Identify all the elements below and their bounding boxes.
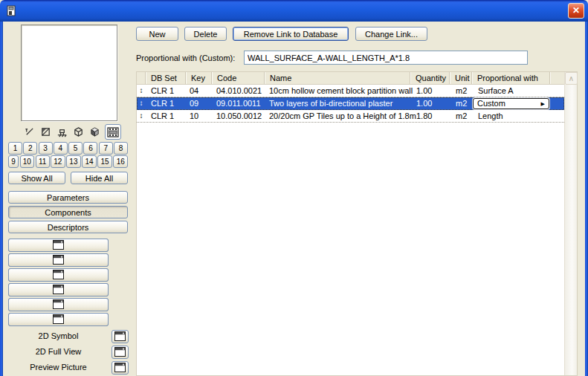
gdl-object-editor-window: ✕ 12345678 910111213141516 Show All Hide… bbox=[0, 0, 588, 376]
view-items: 2D Symbol2D Full ViewPreview Picture bbox=[8, 329, 129, 376]
section-button-components[interactable]: Components bbox=[8, 206, 128, 218]
window-icon bbox=[114, 331, 126, 343]
filter-button-8[interactable]: 8 bbox=[114, 142, 128, 155]
cell-quantity: 1.00 bbox=[410, 85, 450, 97]
view-label-2d-full-view: 2D Full View bbox=[8, 347, 109, 356]
filter-button-13[interactable]: 13 bbox=[66, 155, 81, 168]
proportional-with-dropdown[interactable]: Custom▶ bbox=[473, 98, 549, 109]
filter-button-15[interactable]: 15 bbox=[97, 155, 112, 168]
filter-button-5[interactable]: 5 bbox=[68, 142, 83, 155]
cell-db-set: CLR 1 bbox=[146, 85, 186, 97]
filter-button-14[interactable]: 14 bbox=[82, 155, 97, 168]
filter-button-11[interactable]: 11 bbox=[36, 155, 50, 168]
cell-proportional-with: Custom▶ bbox=[472, 97, 550, 110]
parameter-filter-row-1: 12345678 bbox=[8, 142, 128, 155]
close-button[interactable]: ✕ bbox=[568, 3, 584, 19]
side-view-icon[interactable] bbox=[56, 126, 68, 138]
component-row[interactable]: ↕CLR 10404.010.002110cm hollow cement bl… bbox=[137, 85, 564, 97]
window-icon bbox=[53, 255, 64, 266]
scroll-up-icon: ∧ bbox=[569, 74, 574, 82]
column-header-proportional-with[interactable]: Proportional with bbox=[472, 72, 550, 84]
change-link-button[interactable]: Change Link... bbox=[355, 27, 427, 41]
cell-unit: m2 bbox=[450, 110, 472, 123]
column-header-name[interactable]: Name bbox=[265, 72, 410, 84]
titlebar: ✕ bbox=[0, 0, 588, 22]
cell-key: 09 bbox=[186, 97, 212, 110]
cell-db-set: CLR 1 bbox=[146, 110, 186, 123]
view-label-preview-picture: Preview Picture bbox=[8, 363, 109, 372]
cell-code: 10.050.0012 bbox=[212, 110, 265, 123]
window-border-left bbox=[0, 22, 3, 376]
filter-button-2[interactable]: 2 bbox=[23, 142, 37, 155]
table-header: DB SetKeyCodeNameQuantityUnitProportiona… bbox=[137, 72, 564, 85]
2d-drawing-icon[interactable] bbox=[23, 126, 35, 138]
window-icon bbox=[53, 299, 64, 311]
filter-button-1[interactable]: 1 bbox=[8, 142, 22, 155]
open-window-button[interactable] bbox=[112, 346, 129, 359]
cell-db-set: CLR 1 bbox=[146, 97, 186, 110]
column-header-code[interactable]: Code bbox=[212, 72, 265, 84]
filter-button-6[interactable]: 6 bbox=[83, 142, 97, 155]
new-button[interactable]: New bbox=[136, 27, 178, 41]
filter-button-16[interactable]: 16 bbox=[113, 155, 128, 168]
window-icon bbox=[114, 347, 126, 358]
2d-symbol-icon[interactable] bbox=[39, 126, 51, 138]
animation-icon[interactable] bbox=[105, 124, 121, 140]
object-preview-area bbox=[21, 25, 117, 121]
column-header-sort bbox=[137, 72, 146, 84]
open-window-button[interactable] bbox=[8, 298, 109, 311]
row-reorder-icon[interactable]: ↕ bbox=[137, 85, 146, 97]
proportional-with-input[interactable] bbox=[244, 51, 528, 65]
show-all-button[interactable]: Show All bbox=[8, 172, 65, 184]
cell-code: 09.011.0011 bbox=[212, 97, 265, 110]
delete-button[interactable]: Delete bbox=[184, 27, 227, 41]
cell-proportional-with: Length bbox=[472, 110, 550, 123]
components-table: DB SetKeyCodeNameQuantityUnitProportiona… bbox=[136, 71, 578, 376]
cell-quantity: 1.00 bbox=[410, 97, 450, 110]
column-header-key[interactable]: Key bbox=[186, 72, 212, 84]
section-button-parameters[interactable]: Parameters bbox=[8, 191, 128, 204]
filter-button-9[interactable]: 9 bbox=[8, 155, 19, 168]
component-row[interactable]: ↕CLR 11010.050.001220/20cm GP Tiles up t… bbox=[137, 110, 564, 123]
open-window-button[interactable] bbox=[8, 253, 109, 267]
open-window-button[interactable] bbox=[8, 268, 109, 282]
column-header-unit[interactable]: Unit bbox=[450, 72, 472, 84]
row-reorder-icon[interactable]: ↕ bbox=[137, 110, 146, 123]
table-scrollbar[interactable]: ∧ bbox=[564, 72, 577, 375]
parameter-filter-row-2: 910111213141516 bbox=[8, 155, 128, 168]
filter-button-4[interactable]: 4 bbox=[54, 142, 68, 155]
cell-code: 04.010.0021 bbox=[212, 85, 265, 97]
preview-mode-toolbar bbox=[23, 124, 121, 140]
cell-key: 04 bbox=[186, 85, 212, 97]
window-icon bbox=[53, 240, 64, 251]
view-label-2d-symbol: 2D Symbol bbox=[8, 331, 109, 340]
table-body: ↕CLR 10404.010.002110cm hollow cement bl… bbox=[137, 85, 577, 123]
hide-all-button[interactable]: Hide All bbox=[71, 172, 128, 184]
filter-button-3[interactable]: 3 bbox=[39, 142, 53, 155]
window-icon bbox=[53, 270, 64, 281]
window-icon bbox=[114, 363, 126, 374]
open-window-button[interactable] bbox=[8, 239, 109, 252]
filter-button-7[interactable]: 7 bbox=[99, 142, 113, 155]
open-window-button[interactable] bbox=[112, 330, 129, 343]
close-icon: ✕ bbox=[572, 5, 580, 16]
cell-name: 10cm hollow cement block partition wall bbox=[265, 85, 410, 97]
filter-button-12[interactable]: 12 bbox=[51, 155, 65, 168]
remove-link-to-database-button[interactable]: Remove Link to Database bbox=[233, 27, 349, 41]
dropdown-arrow-icon: ▶ bbox=[541, 99, 545, 108]
column-header-quantity[interactable]: Quantity bbox=[410, 72, 450, 84]
scroll-up-button[interactable]: ∧ bbox=[565, 72, 578, 85]
row-reorder-icon[interactable]: ↕ bbox=[137, 97, 146, 110]
open-window-button[interactable] bbox=[8, 313, 109, 326]
section-button-descriptors[interactable]: Descriptors bbox=[8, 221, 128, 233]
open-window-button[interactable] bbox=[112, 361, 129, 375]
open-window-button[interactable] bbox=[8, 283, 109, 296]
3d-wireframe-icon[interactable] bbox=[72, 126, 84, 138]
column-header-db-set[interactable]: DB Set bbox=[146, 72, 186, 84]
window-icon bbox=[53, 314, 64, 325]
filter-button-10[interactable]: 10 bbox=[20, 155, 35, 168]
cell-name: 20/20cm GP Tiles up to a Height of 1.8m bbox=[265, 110, 410, 123]
3d-solid-icon[interactable] bbox=[88, 126, 100, 138]
section-buttons: ParametersComponentsDescriptors bbox=[8, 191, 128, 236]
component-row[interactable]: ↕CLR 10909.011.0011Two layers of bi-dire… bbox=[137, 97, 564, 110]
